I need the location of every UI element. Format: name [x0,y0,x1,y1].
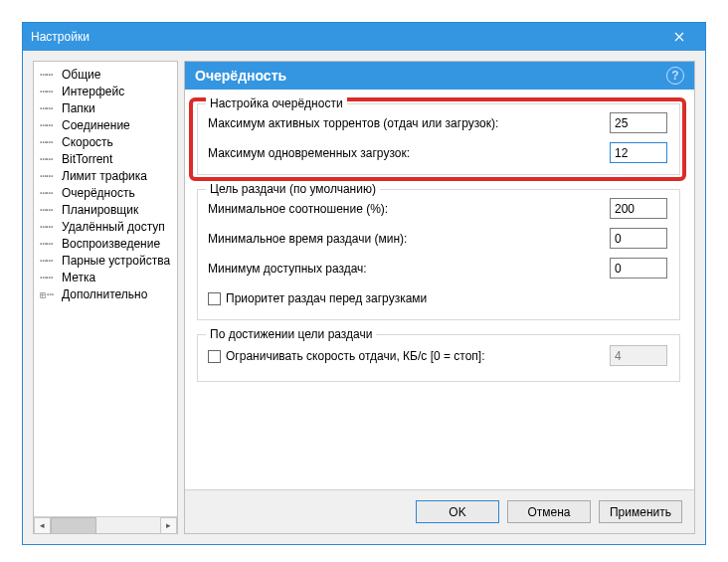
content-header: Очерёдность ? [185,62,694,90]
tree-label: Папки [62,101,95,115]
tree-label: Скорость [62,135,113,149]
time-label: Минимальное время раздачи (мин): [208,232,407,246]
group-title: Настройка очерёдности [206,96,347,110]
tree-label: Лимит трафика [62,169,147,183]
avail-label: Минимум доступных раздач: [208,262,367,276]
tree-item-playback[interactable]: ⋯⋯Воспроизведение [38,235,177,252]
tree-label: Удалённый доступ [62,220,165,234]
help-icon[interactable]: ? [666,67,684,85]
time-input[interactable] [610,228,667,249]
max-active-label: Максимум активных торрентов (отдач или з… [208,116,498,130]
horizontal-scrollbar[interactable]: ◂ ▸ [34,516,177,533]
tree-item-label[interactable]: ⋯⋯Метка [38,269,177,285]
ratio-label: Минимальное соотношение (%): [208,202,388,216]
checkbox-box [208,292,221,305]
group-seed-goal: Цель раздачи (по умолчанию) Минимальное … [197,189,680,320]
priority-label: Приоритет раздач перед загрузками [226,291,427,305]
group-queue-settings: Настройка очерёдности Максимум активных … [197,103,680,175]
max-downloads-label: Максимум одновременных загрузок: [208,146,410,160]
scroll-thumb[interactable] [51,517,96,534]
tree-item-interface[interactable]: ⋯⋯Интерфейс [38,83,177,99]
tree-item-queue[interactable]: ⋯⋯Очерёдность [38,184,177,201]
tree-label: Парные устройства [62,254,170,268]
tree-label: Очерёдность [62,186,135,200]
tree-label: Дополнительно [62,287,147,301]
group-title: По достижении цели раздачи [206,327,376,341]
settings-window: Настройки ⋯⋯Общие ⋯⋯Интерфейс ⋯⋯Папки ⋯⋯… [22,22,706,545]
content-title: Очерёдность [195,68,666,84]
settings-panel: Настройка очерёдности Максимум активных … [185,90,694,489]
max-active-input[interactable] [610,112,667,133]
tree-item-speed[interactable]: ⋯⋯Скорость [38,133,177,150]
tree-label: Общие [62,68,100,82]
apply-button[interactable]: Применить [599,500,682,523]
category-tree: ⋯⋯Общие ⋯⋯Интерфейс ⋯⋯Папки ⋯⋯Соединение… [33,61,178,534]
scroll-right-button[interactable]: ▸ [160,517,177,534]
tree-label: Интерфейс [62,85,124,98]
limit-input[interactable] [610,345,667,366]
tree-item-scheduler[interactable]: ⋯⋯Планировщик [38,201,177,218]
limit-checkbox[interactable]: Ограничивать скорость отдачи, КБ/с [0 = … [208,349,485,363]
limit-label: Ограничивать скорость отдачи, КБ/с [0 = … [226,349,485,363]
ratio-input[interactable] [610,198,667,219]
scroll-left-button[interactable]: ◂ [34,517,51,534]
tree-item-paired[interactable]: ⋯⋯Парные устройства [38,252,177,269]
priority-checkbox[interactable]: Приоритет раздач перед загрузками [208,291,427,305]
window-title: Настройки [31,30,661,44]
content-pane: Очерёдность ? Настройка очерёдности Макс… [184,61,695,534]
ok-button[interactable]: OK [416,500,499,523]
group-reach-goal: По достижении цели раздачи Ограничивать … [197,334,680,382]
tree-item-bittorrent[interactable]: ⋯⋯BitTorrent [38,150,177,167]
tree-item-traffic[interactable]: ⋯⋯Лимит трафика [38,167,177,184]
checkbox-box [208,350,221,363]
max-downloads-input[interactable] [610,142,667,163]
cancel-button[interactable]: Отмена [507,500,591,523]
group-title: Цель раздачи (по умолчанию) [206,182,380,196]
tree-item-advanced[interactable]: ⋯Дополнительно [38,285,177,302]
tree-label: Соединение [62,118,130,132]
tree-item-connection[interactable]: ⋯⋯Соединение [38,116,177,133]
button-bar: OK Отмена Применить [185,489,694,533]
window-body: ⋯⋯Общие ⋯⋯Интерфейс ⋯⋯Папки ⋯⋯Соединение… [23,51,705,544]
close-button[interactable] [661,23,697,51]
titlebar: Настройки [23,23,705,51]
tree-item-folders[interactable]: ⋯⋯Папки [38,99,177,116]
tree-label: Воспроизведение [62,237,160,251]
tree-label: Планировщик [62,203,138,217]
tree-label: BitTorrent [62,152,112,166]
tree-item-general[interactable]: ⋯⋯Общие [38,66,177,83]
avail-input[interactable] [610,258,667,279]
tree-item-remote[interactable]: ⋯⋯Удалённый доступ [38,218,177,235]
tree-label: Метка [62,271,95,284]
